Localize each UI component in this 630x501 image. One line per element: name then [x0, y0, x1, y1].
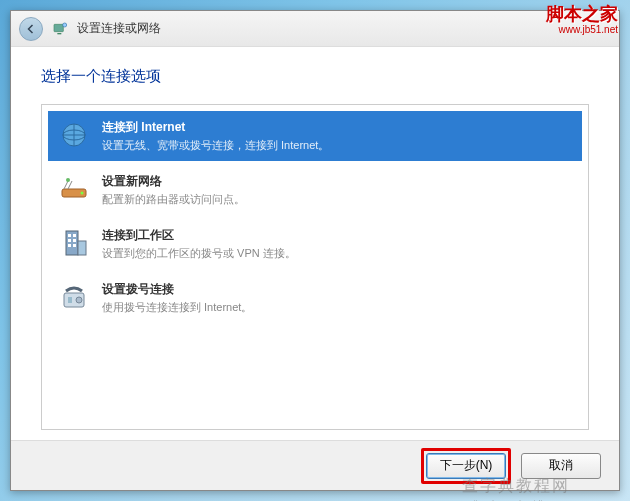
svg-rect-15 — [78, 241, 86, 255]
option-text: 设置拨号连接 使用拨号连接连接到 Internet。 — [102, 281, 572, 315]
option-dialup[interactable]: 设置拨号连接 使用拨号连接连接到 Internet。 — [48, 273, 582, 323]
option-title: 连接到 Internet — [102, 119, 572, 136]
phone-icon — [58, 281, 90, 313]
titlebar-title: 设置连接或网络 — [77, 20, 161, 37]
option-title: 连接到工作区 — [102, 227, 572, 244]
watermark-url: www.jb51.net — [559, 24, 618, 35]
svg-rect-17 — [68, 297, 72, 303]
svg-rect-1 — [57, 33, 61, 34]
svg-rect-8 — [66, 231, 78, 255]
svg-point-2 — [63, 23, 67, 27]
page-heading: 选择一个连接选项 — [41, 67, 589, 86]
option-connect-internet[interactable]: 连接到 Internet 设置无线、宽带或拨号连接，连接到 Internet。 — [48, 111, 582, 161]
svg-point-6 — [81, 192, 84, 195]
option-desc: 使用拨号连接连接到 Internet。 — [102, 300, 572, 315]
option-text: 设置新网络 配置新的路由器或访问问点。 — [102, 173, 572, 207]
svg-point-18 — [76, 297, 82, 303]
arrow-left-icon — [25, 23, 37, 35]
wizard-window: 设置连接或网络 选择一个连接选项 连接到 Internet 设置无线、宽带或拨号… — [10, 10, 620, 491]
network-icon — [51, 20, 69, 38]
svg-rect-13 — [68, 244, 71, 247]
cancel-button[interactable]: 取消 — [521, 453, 601, 479]
globe-icon — [58, 119, 90, 151]
titlebar: 设置连接或网络 — [11, 11, 619, 47]
svg-rect-0 — [54, 24, 63, 31]
svg-point-7 — [66, 178, 70, 182]
option-title: 设置拨号连接 — [102, 281, 572, 298]
option-desc: 设置无线、宽带或拨号连接，连接到 Internet。 — [102, 138, 572, 153]
option-desc: 设置到您的工作区的拨号或 VPN 连接。 — [102, 246, 572, 261]
option-new-network[interactable]: 设置新网络 配置新的路由器或访问问点。 — [48, 165, 582, 215]
router-icon — [58, 173, 90, 205]
back-button[interactable] — [19, 17, 43, 41]
option-text: 连接到工作区 设置到您的工作区的拨号或 VPN 连接。 — [102, 227, 572, 261]
content-area: 选择一个连接选项 连接到 Internet 设置无线、宽带或拨号连接，连接到 I… — [11, 47, 619, 440]
option-workplace[interactable]: 连接到工作区 设置到您的工作区的拨号或 VPN 连接。 — [48, 219, 582, 269]
svg-rect-11 — [68, 239, 71, 242]
svg-rect-12 — [73, 239, 76, 242]
building-icon — [58, 227, 90, 259]
option-title: 设置新网络 — [102, 173, 572, 190]
watermark-logo: 脚本之家 — [546, 2, 618, 26]
svg-rect-14 — [73, 244, 76, 247]
next-button[interactable]: 下一步(N) — [426, 453, 506, 479]
option-desc: 配置新的路由器或访问问点。 — [102, 192, 572, 207]
svg-rect-9 — [68, 234, 71, 237]
watermark-bottom: 查字典教程网 — [462, 476, 570, 497]
option-text: 连接到 Internet 设置无线、宽带或拨号连接，连接到 Internet。 — [102, 119, 572, 153]
options-listbox: 连接到 Internet 设置无线、宽带或拨号连接，连接到 Internet。 … — [41, 104, 589, 430]
svg-rect-10 — [73, 234, 76, 237]
